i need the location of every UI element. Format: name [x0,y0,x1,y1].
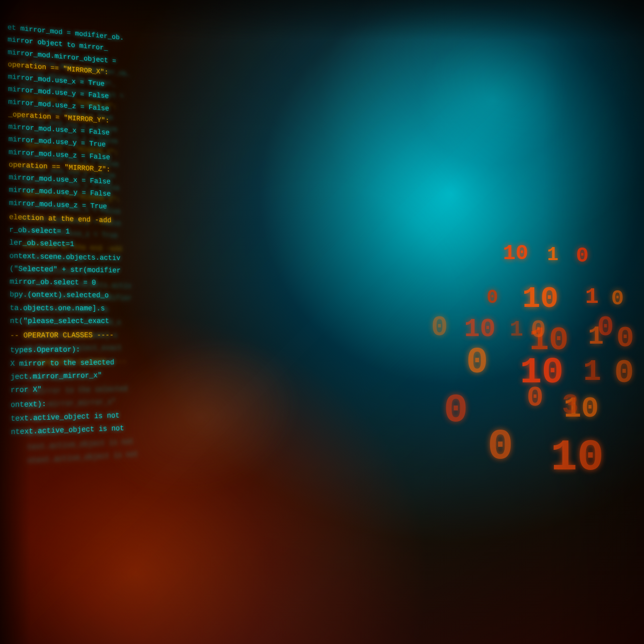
binary-number: 0 [466,342,488,383]
binary-number: 1 [585,284,599,310]
binary-number: 0 [488,423,513,471]
code-lines: et mirror_mod = modifier_ob. mirror obje… [8,22,261,438]
binary-number: 0 [597,312,614,344]
code-line [10,328,257,329]
code-line: ta.objects.one.name].s [10,302,256,314]
binary-number: 1 [510,317,523,343]
code-line: types.Operator): [10,343,258,357]
binary-number: 0 [614,355,634,392]
binary-number: 10 [522,282,558,316]
binary-number: 10 [503,242,528,266]
binary-number: 0 [487,287,498,308]
binary-number: 10 [464,314,496,344]
binary-number: 0 [444,387,468,433]
binary-number: 0 [531,316,546,345]
binary-number: 1 [588,322,604,352]
code-line: mirror_ob.select = 0 [10,276,256,290]
binary-number: 0 [611,287,624,311]
binary-number: 0 [527,382,543,414]
binary-number: 10 [520,352,564,393]
binary-number: 0 [431,312,448,344]
binary-number: 0 [576,244,589,268]
binary-number: 1 [547,244,558,266]
binary-number: 10 [529,322,569,359]
binary-number: 10 [564,392,599,425]
code-line: bpy.(ontext).selected_o [10,289,256,302]
blur-right [543,0,644,644]
binary-number: 3 [562,390,579,422]
binary-number: 1 [583,355,601,389]
code-line: nt("please_select_exact [10,315,257,327]
code-line: -- OPERATOR CLASSES ---- [10,330,258,342]
binary-number: 0 [616,322,634,355]
main-scene: et mirror_mod = modifier_ob. mirror obje… [0,0,644,644]
code-panel: et mirror_mod = modifier_ob. mirror obje… [0,12,272,644]
binary-number: 10 [550,433,604,482]
